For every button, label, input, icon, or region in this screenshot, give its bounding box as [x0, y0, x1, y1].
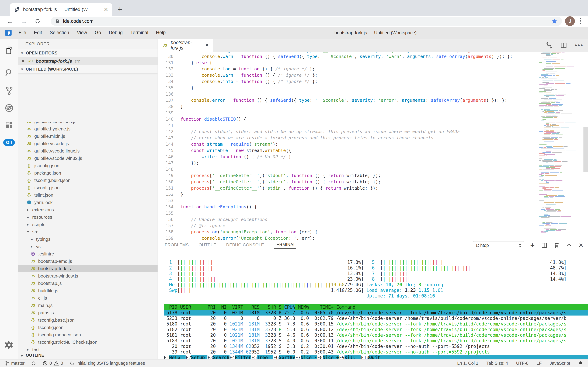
menu-go[interactable]: Go [95, 30, 101, 35]
menu-help[interactable]: Help [156, 30, 166, 35]
new-terminal-icon[interactable]: + [530, 241, 535, 250]
tree-item-tsconfig.json[interactable]: {}tsconfig.json [18, 324, 157, 331]
menu-file[interactable]: File [18, 30, 26, 35]
tree-item-tsconfig.strictNullChecks.json[interactable]: {}tsconfig.strictNullChecks.json [18, 338, 157, 346]
split-terminal-icon[interactable] [541, 242, 547, 249]
terminal-line-mem-tasks: Mem[||||||||||||||||||||||||||||||||||||… [164, 282, 588, 287]
tree-item-bootstrap.js[interactable]: JSbootstrap.js [18, 280, 157, 287]
status-ln-1-col-1[interactable]: Ln 1, Col 1 [457, 361, 478, 366]
extensions-icon[interactable] [5, 121, 14, 130]
code-line-152: 152} [158, 191, 588, 198]
menu-terminal[interactable]: Terminal [130, 30, 148, 35]
forward-button[interactable]: → [21, 17, 27, 25]
tree-item-main.js[interactable]: JSmain.js [18, 302, 157, 309]
tree-item-extensions[interactable]: ▸extensions [18, 206, 157, 213]
maximize-panel-icon[interactable] [566, 242, 572, 249]
tree-item-package.json[interactable]: {}package.json [18, 169, 157, 177]
git-branch-item[interactable]: master [5, 361, 25, 366]
tree-item-resources[interactable]: ▸resources [18, 213, 157, 221]
tree-item-scripts[interactable]: ▸scripts [18, 221, 157, 228]
status-utf-8[interactable]: UTF-8 [516, 361, 529, 366]
tree-item-typings[interactable]: ▸typings [18, 235, 157, 243]
problems-item[interactable]: 0 0 [43, 361, 63, 366]
panel-tab-debug-console[interactable]: DEBUG CONSOLE [226, 242, 264, 249]
language-status-item[interactable]: Initializing JS/TS language features [70, 361, 145, 366]
menu-view[interactable]: View [77, 30, 87, 35]
status-lf[interactable]: LF [537, 361, 542, 366]
status-javascript[interactable]: JavaScript [550, 361, 570, 366]
close-icon[interactable]: ✕ [21, 58, 25, 64]
open-editor-item[interactable]: ✕ JS bootstrap-fork.js src [18, 57, 157, 65]
tree-item-vs[interactable]: ▸vs [18, 243, 157, 250]
url-bar[interactable]: ide.coder.com [51, 17, 562, 26]
htop-function-keys[interactable]: F1Help F2Setup F3SearchF4FilterF5Tree F6… [164, 355, 588, 359]
tree-item-buildfile.js[interactable]: JSbuildfile.js [18, 287, 157, 294]
menu-edit[interactable]: Edit [34, 30, 42, 35]
panel-tab-output[interactable]: OUTPUT [199, 242, 216, 249]
panel-tab-problems[interactable]: PROBLEMS [165, 242, 189, 249]
tree-item-tsconfig.monaco.json[interactable]: {}tsconfig.monaco.json [18, 331, 157, 338]
tree-item-gulpfile.mixin.js[interactable]: JSgulpfile.mixin.js [18, 133, 157, 140]
avatar[interactable]: J [565, 16, 575, 26]
minimap[interactable] [539, 52, 583, 235]
terminal-line-cpu-2-6: 2 [|||||||||||| 16.1%] 6 [||||||||||||||… [164, 265, 588, 271]
workspace-header[interactable]: ▾ UNTITLED (WORKSPACE) [18, 65, 157, 73]
editor-scrollbar[interactable] [583, 127, 588, 172]
tree-item-gulpfile.vscode.js[interactable]: JSgulpfile.vscode.js [18, 140, 157, 147]
open-editors-header[interactable]: ▾ OPEN EDITORS [18, 49, 157, 57]
menu-selection[interactable]: Selection [50, 30, 69, 35]
settings-gear-icon[interactable] [5, 340, 14, 350]
code-editor[interactable]: 129 console.log = function () { safeSend… [158, 52, 588, 240]
debug-off-icon[interactable] [4, 103, 14, 113]
close-panel-icon[interactable]: ✕ [579, 242, 584, 249]
split-editor-icon[interactable] [560, 42, 567, 49]
tree-item-tsconfig.build.json[interactable]: {}tsconfig.build.json [18, 177, 157, 184]
search-icon[interactable] [5, 68, 14, 77]
code-line-147: 147 }); [158, 160, 588, 166]
tree-item-.eslintrc[interactable]: .eslintrc [18, 250, 157, 258]
tree-item-src[interactable]: ▾src [18, 228, 157, 235]
tree-item-gulpfile.extensions.js[interactable]: JSgulpfile.extensions.js [18, 122, 157, 125]
menu-debug[interactable]: Debug [109, 30, 123, 35]
kill-terminal-icon[interactable] [554, 242, 560, 249]
tree-item-tslint.json[interactable]: {}tslint.json [18, 191, 157, 199]
tree-item-bootstrap-window.js[interactable]: JSbootstrap-window.js [18, 272, 157, 280]
browser-menu-icon[interactable] [580, 18, 581, 24]
status-tab-size-4[interactable]: Tab Size: 4 [487, 361, 508, 366]
bottom-panel: PROBLEMSOUTPUTDEBUG CONSOLETERMINAL 1: h… [158, 240, 588, 359]
new-tab-button[interactable]: + [118, 5, 122, 14]
reload-button[interactable] [35, 18, 41, 24]
sync-icon[interactable] [31, 361, 36, 366]
open-changes-icon[interactable] [546, 42, 553, 49]
tree-item-tsconfig.base.json[interactable]: {}tsconfig.base.json [18, 317, 157, 324]
terminal[interactable]: 1 [|||||||||||| 17.8%] 5 [||||||||||||||… [158, 250, 588, 359]
tree-item-test[interactable]: ▸test [18, 346, 157, 351]
tree-item-bootstrap-amd.js[interactable]: JSbootstrap-amd.js [18, 258, 157, 265]
editor-tab[interactable]: JS bootstrap-fork.js ✕ [158, 39, 213, 52]
tree-item-gulpfile.vscode.linux.js[interactable]: JSgulpfile.vscode.linux.js [18, 147, 157, 155]
terminal-select[interactable]: 1: htop [473, 241, 524, 249]
terminal-line-blank [164, 299, 588, 304]
source-control-icon[interactable] [5, 86, 13, 95]
tree-item-yarn.lock[interactable]: yarn.lock [18, 199, 157, 206]
explorer-icon[interactable] [5, 46, 14, 55]
off-badge[interactable]: Off [3, 139, 15, 146]
tree-item-jsconfig.json[interactable]: {}jsconfig.json [18, 162, 157, 169]
tree-item-cli.js[interactable]: JScli.js [18, 294, 157, 302]
panel-tab-terminal[interactable]: TERMINAL [274, 241, 296, 249]
tree-item-tsconfig.json[interactable]: {}tsconfig.json [18, 184, 157, 191]
tree-item-gulpfile.vscode.win32.js[interactable]: JSgulpfile.vscode.win32.js [18, 155, 157, 162]
browser-tab[interactable]: bootstrap-fork.js — Untitled (W ✕ [10, 3, 112, 16]
tab-close-icon[interactable]: ✕ [205, 42, 209, 48]
outline-section[interactable]: ▸ OUTLINE [18, 351, 157, 359]
url-text: ide.coder.com [63, 18, 547, 24]
bookmark-star-icon[interactable] [551, 18, 557, 24]
terminal-line-uptime: Uptime: 71 days, 01:08:16 [164, 293, 588, 299]
tab-close-icon[interactable]: ✕ [104, 7, 108, 13]
more-actions-icon[interactable]: ••• [575, 42, 583, 49]
tree-item-bootstrap-fork.js[interactable]: JSbootstrap-fork.js [18, 265, 157, 272]
back-button[interactable]: ← [7, 17, 13, 25]
notifications-bell-icon[interactable] [578, 361, 583, 366]
tree-item-gulpfile.hygiene.js[interactable]: JSgulpfile.hygiene.js [18, 125, 157, 133]
tree-item-paths.js[interactable]: JSpaths.js [18, 309, 157, 317]
